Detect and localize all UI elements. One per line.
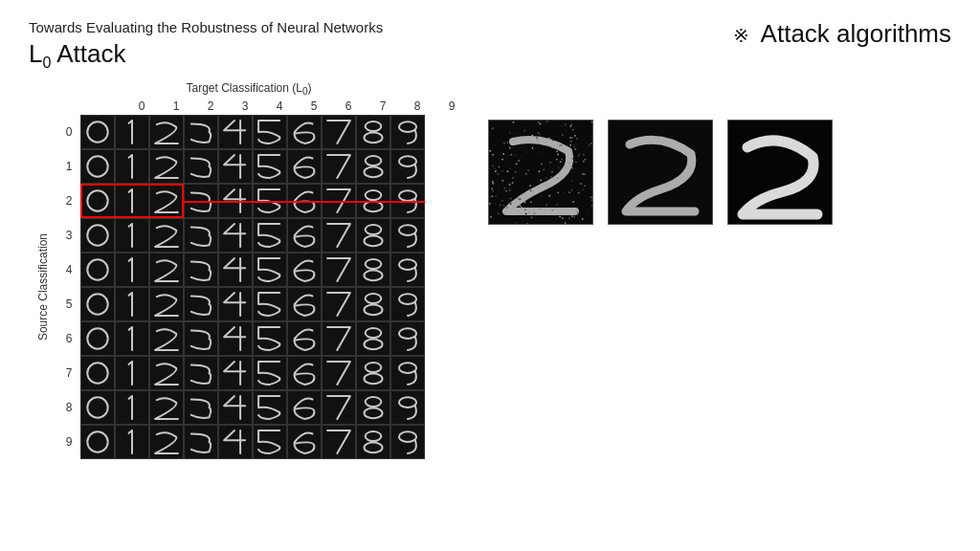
digit-cell	[149, 184, 184, 218]
row-number: 0	[61, 115, 77, 149]
table-row	[80, 218, 425, 253]
digit-cell	[356, 321, 390, 356]
table-row	[80, 253, 425, 287]
digit-cell	[184, 321, 218, 356]
digit-cell	[218, 390, 253, 425]
digit-cell	[218, 253, 253, 287]
digit-cell	[184, 253, 218, 287]
digit-cell	[322, 390, 356, 425]
digit-cell	[287, 184, 322, 218]
col-number: 9	[434, 99, 469, 113]
digit-cell	[184, 425, 218, 459]
table-row	[80, 184, 425, 218]
source-label-container: Source Classification	[29, 115, 57, 459]
digit-cell	[218, 184, 253, 218]
table-row	[80, 390, 425, 425]
digit-cell	[356, 390, 390, 425]
digit-cell	[80, 356, 115, 390]
row-numbers: 0123456789	[61, 115, 77, 459]
source-label: Source Classification	[36, 233, 50, 341]
digit-cell	[253, 390, 287, 425]
digit-cell	[218, 218, 253, 253]
col-number: 0	[124, 99, 159, 113]
digit-cell	[149, 356, 184, 390]
digit-cell	[80, 218, 115, 253]
digit-cell	[390, 390, 425, 425]
digit-cell	[115, 356, 149, 390]
digit-cell	[287, 149, 322, 184]
digit-cell	[253, 425, 287, 459]
digit-cell	[390, 184, 425, 218]
row-number: 6	[61, 321, 77, 356]
digit-cell	[287, 253, 322, 287]
digit-cell	[356, 253, 390, 287]
digit-cell	[390, 253, 425, 287]
digit-cell	[149, 390, 184, 425]
digit-cell	[149, 425, 184, 459]
table-row	[80, 149, 425, 184]
digit-grid	[80, 115, 425, 459]
digit-cell	[322, 218, 356, 253]
digit-cell	[356, 184, 390, 218]
col-number: 3	[228, 99, 262, 113]
digit-cell	[218, 149, 253, 184]
digit-cell	[115, 321, 149, 356]
col-number: 6	[331, 99, 366, 113]
digit-cell	[356, 115, 390, 149]
digit-cell	[287, 218, 322, 253]
digit-cell	[322, 425, 356, 459]
grid-section: Target Classification (L0) 0123456789 So…	[29, 81, 469, 458]
large-digit-panel-1	[488, 120, 593, 225]
digit-cell	[322, 149, 356, 184]
digit-cell	[218, 321, 253, 356]
digit-cell	[80, 321, 115, 356]
digit-cell	[322, 184, 356, 218]
digit-cell	[253, 356, 287, 390]
digit-cell	[184, 115, 218, 149]
digit-cell	[287, 356, 322, 390]
row-number: 2	[61, 184, 77, 218]
digit-cell	[149, 115, 184, 149]
digit-cell	[287, 287, 322, 321]
digit-cell	[287, 115, 322, 149]
row-number: 5	[61, 287, 77, 321]
digit-cell	[80, 390, 115, 425]
digit-cell	[184, 390, 218, 425]
digit-cell	[149, 321, 184, 356]
large-digit-panel-2	[608, 120, 713, 225]
digit-cell	[115, 253, 149, 287]
col-number: 7	[366, 99, 400, 113]
digit-cell	[115, 287, 149, 321]
digit-cell	[253, 287, 287, 321]
table-row	[80, 321, 425, 356]
digit-cell	[322, 253, 356, 287]
digit-cell	[218, 287, 253, 321]
table-row	[80, 287, 425, 321]
digit-cell	[390, 356, 425, 390]
row-number: 3	[61, 218, 77, 253]
large-digit-panel-3	[727, 120, 833, 225]
digit-cell	[390, 218, 425, 253]
digit-cell	[80, 253, 115, 287]
digit-cell	[184, 287, 218, 321]
digit-cell	[287, 321, 322, 356]
col-number: 5	[297, 99, 331, 113]
digit-cell	[253, 218, 287, 253]
table-row	[80, 425, 425, 459]
digit-cell	[322, 115, 356, 149]
digit-cell	[80, 425, 115, 459]
col-number: 4	[262, 99, 297, 113]
right-header: ※ Attack algorithms	[733, 19, 951, 49]
digit-cell	[253, 253, 287, 287]
digit-cell	[115, 149, 149, 184]
digit-cell	[80, 287, 115, 321]
table-row	[80, 115, 425, 149]
row-number: 1	[61, 149, 77, 184]
col-numbers: 0123456789	[124, 99, 469, 113]
col-number: 8	[400, 99, 434, 113]
col-number: 2	[193, 99, 228, 113]
digit-cell	[80, 149, 115, 184]
digit-cell	[253, 149, 287, 184]
digit-cell	[356, 287, 390, 321]
digit-cell	[149, 149, 184, 184]
